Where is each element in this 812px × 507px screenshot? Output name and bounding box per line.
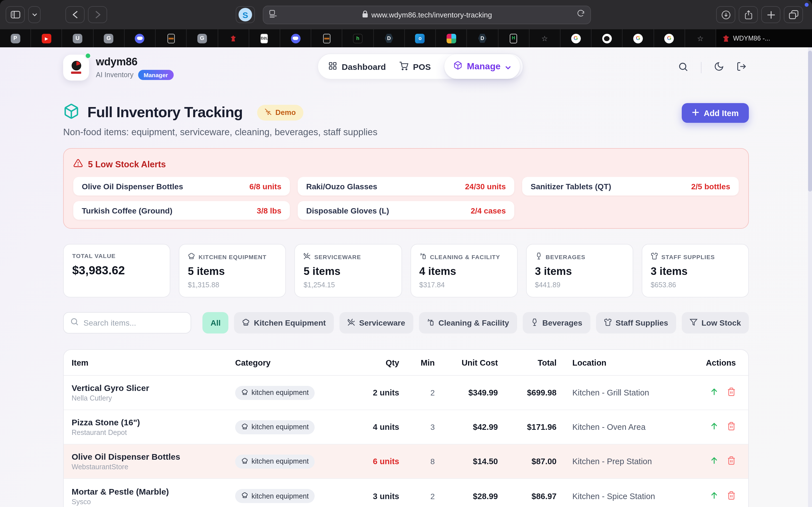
restock-button[interactable] <box>709 456 719 467</box>
bookmark-favicon[interactable]: P <box>0 29 31 47</box>
category-pill: kitchen equipment <box>235 386 315 400</box>
nav-manage[interactable]: Manage <box>444 54 520 79</box>
item-location: Kitchen - Oven Area <box>559 422 687 432</box>
chevron-down-icon <box>32 13 37 16</box>
bookmark-favicon[interactable] <box>436 29 467 47</box>
bookmark-favicon[interactable] <box>592 29 622 47</box>
bookmark-favicon[interactable]: D2L <box>249 29 280 47</box>
filter-chip-serviceware[interactable]: Serviceware <box>340 312 413 334</box>
download-icon <box>721 10 730 19</box>
category-pill: kitchen equipment <box>235 489 315 503</box>
item-unit-cost: $28.99 <box>437 492 500 501</box>
scrollbar-thumb[interactable] <box>808 51 812 191</box>
active-tab[interactable]: WDYM86 -... <box>716 29 812 47</box>
item-total: $171.96 <box>500 422 559 432</box>
bookmark-favicon[interactable]: D <box>373 29 405 47</box>
search-box[interactable] <box>63 312 192 334</box>
add-item-button[interactable]: Add Item <box>682 103 749 123</box>
restock-button[interactable] <box>709 421 719 433</box>
filter-chip-all[interactable]: All <box>203 312 229 334</box>
role-badge: Manager <box>138 69 173 80</box>
alert-item-value: 6/8 units <box>249 182 282 191</box>
filter-chip-staff-supplies[interactable]: Staff Supplies <box>596 312 676 334</box>
restock-button[interactable] <box>709 490 719 502</box>
filter-chip-low-stock[interactable]: Low Stock <box>682 312 749 334</box>
scrollbar-track[interactable] <box>808 47 812 507</box>
alert-item-name: Disposable Gloves (L) <box>306 206 389 215</box>
arrow-up-icon <box>709 387 719 398</box>
chef-hat-icon <box>242 318 250 328</box>
category-pill: kitchen equipment <box>235 454 315 468</box>
delete-button[interactable] <box>727 456 736 467</box>
nav-dashboard[interactable]: Dashboard <box>328 61 386 72</box>
filter-chip-kitchen-equipment[interactable]: Kitchen Equipment <box>234 312 334 334</box>
bookmark-favicon[interactable]: G <box>93 29 124 47</box>
forward-button[interactable] <box>88 6 107 23</box>
bookmark-favicon[interactable]: G <box>560 29 592 47</box>
bookmark-favicon[interactable] <box>280 29 311 47</box>
filter-chip-beverages[interactable]: Beverages <box>523 312 591 334</box>
alert-item-value: 3/8 lbs <box>257 206 282 215</box>
delete-button[interactable] <box>727 490 736 502</box>
item-qty: 2 units <box>349 388 402 397</box>
item-qty: 6 units <box>349 457 402 466</box>
refresh-icon[interactable] <box>577 9 585 20</box>
downloads-button[interactable] <box>716 6 735 23</box>
bookmark-favicon[interactable]: ▶ <box>31 29 62 47</box>
browser-window: S www.wdym86.tech/inventory-tracking <box>0 0 812 507</box>
bookmark-favicon[interactable] <box>218 29 249 47</box>
notification-dot <box>805 3 809 7</box>
bookmark-favicon[interactable]: ☆ <box>529 29 560 47</box>
table-header: Item Category Qty Min Unit Cost Total Lo… <box>64 350 748 376</box>
item-location: Kitchen - Prep Station <box>559 457 687 466</box>
alert-triangle-icon <box>73 158 83 170</box>
table-row: Pizza Stone (16") Restaurant Depot <box>64 410 748 445</box>
bookmark-favicon[interactable]: D <box>467 29 498 47</box>
bookmark-favicons: P ▶ U G <box>0 29 716 47</box>
search-icon[interactable] <box>678 61 689 74</box>
delete-button[interactable] <box>727 387 736 398</box>
bookmark-favicon[interactable]: h <box>343 29 373 47</box>
bookmark-favicon[interactable]: G <box>654 29 685 47</box>
share-button[interactable] <box>739 6 758 23</box>
trash-icon <box>727 421 736 433</box>
arrow-up-icon <box>709 490 719 502</box>
bookmark-favicon[interactable]: H <box>498 29 529 47</box>
bookmark-favicon[interactable]: G <box>187 29 218 47</box>
item-supplier: Sysco <box>71 498 227 506</box>
item-qty: 3 units <box>349 492 402 501</box>
bookmark-favicon[interactable]: o <box>405 29 436 47</box>
dark-mode-icon[interactable] <box>714 61 724 74</box>
sidebar-icon <box>10 11 20 18</box>
extension-button[interactable]: S <box>236 6 255 23</box>
delete-button[interactable] <box>727 421 736 433</box>
restock-button[interactable] <box>709 387 719 398</box>
bookmark-favicon[interactable] <box>311 29 342 47</box>
logout-icon[interactable] <box>737 61 747 74</box>
summary-card-serviceware: Serviceware 5 items $1,254.15 <box>295 244 402 297</box>
brand-block[interactable]: wdym86 AI Inventory Manager <box>63 55 174 80</box>
address-bar[interactable]: www.wdym86.tech/inventory-tracking <box>263 5 591 24</box>
tab-favicon-icon <box>723 35 729 42</box>
low-stock-alert: Sanitizer Tablets (QT) 2/5 bottles <box>522 177 739 195</box>
sidebar-toggle-button[interactable] <box>6 6 25 23</box>
search-input[interactable] <box>84 318 185 327</box>
favicon-icon: ▶ <box>42 34 51 43</box>
bookmark-favicon[interactable]: U <box>62 29 93 47</box>
spray-icon <box>426 318 435 328</box>
bookmark-favicon[interactable]: ☆ <box>685 29 716 47</box>
item-unit-cost: $42.99 <box>437 422 500 432</box>
back-button[interactable] <box>65 6 85 23</box>
new-tab-button[interactable] <box>761 6 780 23</box>
sidebar-chevron-button[interactable] <box>28 6 41 23</box>
bookmark-favicon[interactable] <box>156 29 187 47</box>
nav-pos[interactable]: POS <box>400 61 431 72</box>
bookmark-favicon[interactable]: G <box>623 29 654 47</box>
bookmark-favicon[interactable] <box>124 29 156 47</box>
table-row: Mortar & Pestle (Marble) Sysco <box>64 479 748 507</box>
item-min: 3 <box>402 422 437 432</box>
filter-chip-cleaning[interactable]: Cleaning & Facility <box>419 312 517 334</box>
item-name: Mortar & Pestle (Marble) <box>71 487 227 496</box>
tab-overview-button[interactable] <box>784 6 803 23</box>
wine-glass-icon <box>535 252 542 261</box>
